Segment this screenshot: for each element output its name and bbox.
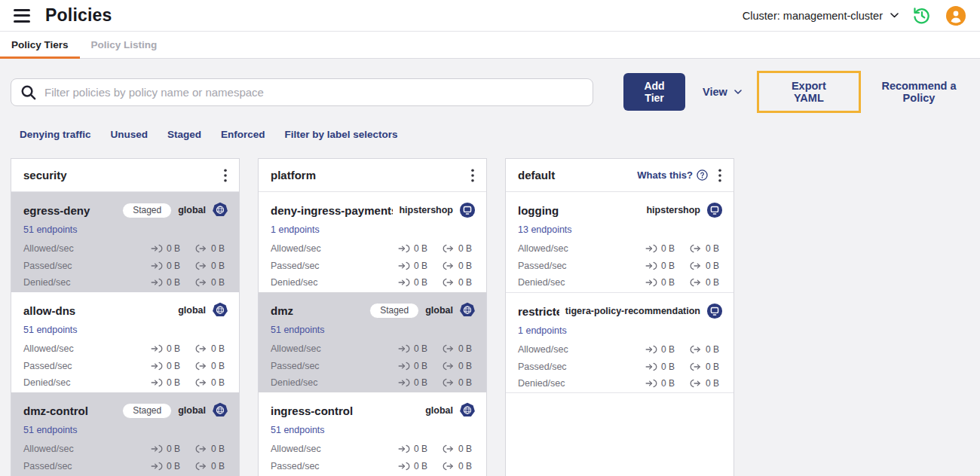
egress-arrow-icon [690, 261, 702, 270]
stat-label: Passed/sec [23, 361, 72, 371]
ingress-arrow-icon [645, 345, 657, 354]
ingress-value: 0 B [414, 444, 427, 454]
filter-label-selectors[interactable]: Filter by label selectors [285, 129, 398, 140]
tier-header: platform [259, 159, 486, 192]
namespace-icon [706, 202, 723, 218]
stat-label: Passed/sec [518, 362, 567, 372]
stat-label: Allowed/sec [518, 243, 568, 254]
endpoints-link[interactable]: 1 endpoints [518, 325, 567, 336]
traffic-stat-row: Allowed/sec 0 B 0 B [23, 441, 228, 458]
endpoints-link[interactable]: 51 endpoints [23, 425, 78, 435]
traffic-stat-row: Passed/sec 0 B 0 B [271, 358, 476, 375]
stat-label: Denied/sec [23, 377, 71, 388]
endpoints-link[interactable]: 51 endpoints [23, 325, 78, 335]
policy-scope-label: global [425, 305, 453, 316]
ingress-value: 0 B [167, 361, 180, 371]
egress-arrow-icon [443, 462, 455, 471]
endpoints-link[interactable]: 51 endpoints [271, 325, 325, 335]
ingress-arrow-icon [645, 278, 657, 287]
endpoints-link[interactable]: 13 endpoints [518, 224, 572, 235]
egress-value: 0 B [458, 277, 472, 288]
hamburger-menu-icon[interactable] [14, 9, 30, 23]
filter-staged[interactable]: Staged [167, 129, 201, 140]
export-yaml-button[interactable]: Export YAML [778, 80, 840, 104]
traffic-stat-row: Passed/sec 0 B 0 B [518, 258, 723, 275]
filter-enforced[interactable]: Enforced [221, 129, 265, 140]
egress-arrow-icon [690, 278, 702, 287]
whats-this-link[interactable]: Whats this? [637, 169, 708, 181]
ingress-value: 0 B [414, 261, 427, 271]
egress-value: 0 B [211, 444, 225, 454]
kebab-menu-icon[interactable] [468, 167, 477, 184]
ingress-value: 0 B [661, 378, 675, 389]
tier-column-default: default Whats this? [505, 158, 734, 476]
egress-value: 0 B [706, 277, 719, 288]
endpoints-link[interactable]: 51 endpoints [271, 425, 325, 435]
egress-arrow-icon [195, 462, 207, 471]
view-dropdown[interactable]: View [703, 86, 742, 98]
policy-scope-label: global [178, 405, 206, 416]
tab-policy-tiers[interactable]: Policy Tiers [0, 32, 80, 58]
egress-value: 0 B [211, 343, 225, 354]
egress-arrow-icon [690, 379, 702, 388]
history-button[interactable] [912, 6, 932, 26]
ingress-arrow-icon [645, 379, 657, 388]
tab-bar: Policy Tiers Policy Listing [0, 32, 980, 59]
policy-card-ingress-control[interactable]: ingress-control global 51 endpoints Allo… [259, 392, 486, 476]
tier-column-security: security egress-deny Staged global [11, 158, 240, 476]
namespace-icon [706, 303, 723, 319]
add-tier-button[interactable]: Add Tier [623, 73, 685, 111]
export-yaml-highlight-box: Export YAML [757, 71, 861, 113]
traffic-stat-row: Passed/sec 0 B 0 B [23, 458, 228, 475]
traffic-stat-row: Denied/sec 0 B 0 B [518, 274, 723, 291]
stat-label: Denied/sec [271, 377, 318, 388]
filter-unused[interactable]: Unused [111, 129, 149, 140]
stat-label: Passed/sec [271, 361, 320, 371]
ingress-value: 0 B [414, 377, 427, 388]
policy-scope-label: hipstershop [646, 205, 700, 215]
search-input[interactable] [11, 78, 593, 106]
ingress-arrow-icon [151, 278, 163, 287]
traffic-stat-row: Allowed/sec 0 B 0 B [23, 340, 228, 358]
traffic-stat-row: Passed/sec 0 B 0 B [271, 458, 476, 475]
kebab-menu-icon[interactable] [715, 167, 724, 184]
policy-card-deny-ingress-paymentservi[interactable]: deny-ingress-paymentservi... hipstershop… [259, 192, 486, 292]
traffic-stat-row: Passed/sec 0 B 0 B [518, 359, 723, 376]
tier-empty-space [506, 392, 733, 476]
recommend-policy-button[interactable]: Recommend a Policy [868, 80, 969, 104]
ingress-value: 0 B [167, 377, 180, 388]
egress-value: 0 B [458, 343, 472, 354]
stat-label: Allowed/sec [23, 343, 74, 354]
egress-arrow-icon [443, 444, 455, 453]
egress-arrow-icon [443, 261, 455, 270]
policy-name: dmz-control [23, 404, 116, 417]
policy-card-logging[interactable]: logging hipstershop 13 endpoints Allowed… [506, 192, 733, 292]
policy-card-restricted[interactable]: restricted tigera-policy-recommendation … [506, 292, 733, 392]
staged-badge: Staged [122, 403, 172, 419]
egress-value: 0 B [458, 461, 472, 471]
stat-label: Allowed/sec [518, 344, 568, 355]
kebab-menu-icon[interactable] [221, 167, 230, 184]
tab-policy-listing[interactable]: Policy Listing [80, 32, 169, 58]
traffic-stat-row: Allowed/sec 0 B 0 B [518, 341, 723, 359]
endpoints-link[interactable]: 51 endpoints [23, 224, 78, 235]
tier-cards: egress-deny Staged global 51 endpoints A… [11, 192, 239, 476]
chevron-down-icon [734, 90, 742, 94]
user-avatar[interactable] [945, 5, 966, 26]
filter-denying-traffic[interactable]: Denying traffic [20, 129, 91, 140]
tier-title: default [518, 169, 555, 182]
egress-value: 0 B [458, 243, 472, 254]
traffic-stat-row: Denied/sec 0 B 0 B [271, 374, 476, 392]
policy-card-dmz-control[interactable]: dmz-control Staged global 51 endpoints A… [11, 392, 239, 476]
policy-card-egress-deny[interactable]: egress-deny Staged global 51 endpoints A… [11, 192, 239, 292]
cluster-selector[interactable]: Cluster: management-cluster [743, 10, 899, 22]
ingress-arrow-icon [645, 244, 657, 253]
egress-arrow-icon [690, 362, 702, 371]
staged-badge: Staged [122, 203, 172, 218]
page-title: Policies [45, 5, 112, 26]
policy-card-allow-dns[interactable]: allow-dns global 51 endpoints Allowed/se… [11, 292, 239, 392]
policy-name: deny-ingress-paymentservi... [271, 204, 393, 217]
endpoints-link[interactable]: 1 endpoints [271, 224, 320, 235]
ingress-value: 0 B [414, 361, 427, 371]
policy-card-dmz[interactable]: dmz Staged global 51 endpoints Allowed/s… [259, 292, 486, 392]
